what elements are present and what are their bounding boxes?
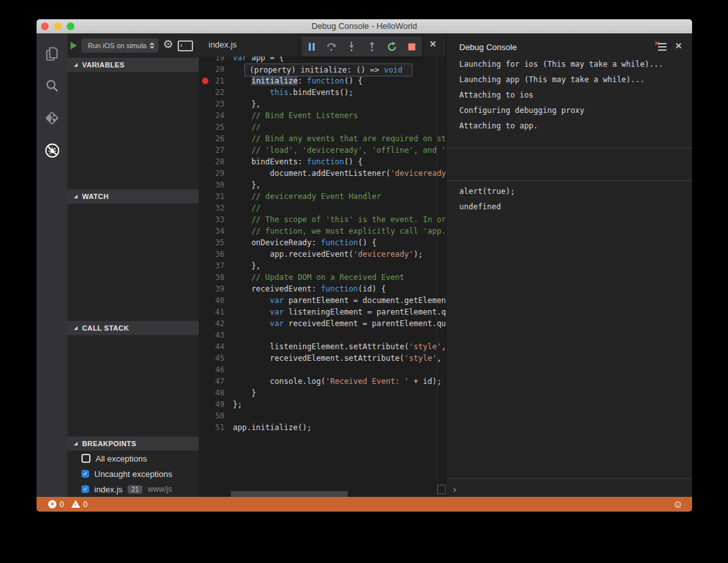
code-line[interactable]: 34 // function, we must explicitly call … xyxy=(199,225,446,237)
code-line[interactable]: 49}; xyxy=(199,399,446,410)
code-line[interactable]: 26 // Bind any events that are required … xyxy=(199,133,446,144)
line-number: 41 xyxy=(199,306,224,318)
code-line[interactable]: 21 initialize: function() { xyxy=(199,75,446,87)
open-console-icon[interactable]: › xyxy=(178,40,193,51)
step-out-icon[interactable] xyxy=(364,39,380,55)
code-line[interactable]: 31 // deviceready Event Handler xyxy=(199,191,446,202)
section-header-call-stack[interactable]: CALL STACK xyxy=(67,321,199,335)
code-text: // The scope of 'this' is the event. In … xyxy=(233,214,446,225)
code-line[interactable]: 32 // xyxy=(199,202,446,214)
titlebar[interactable]: Debug Console - HelloWorld xyxy=(37,19,692,34)
twistie-icon xyxy=(74,326,78,330)
start-debug-button[interactable] xyxy=(71,42,77,49)
code-text: app.initialize(); xyxy=(233,422,312,433)
line-number: 40 xyxy=(199,295,224,306)
code-line[interactable]: 41 var listeningElement = parentElement.… xyxy=(199,306,446,318)
code-text: // function, we must explicitly call 'ap… xyxy=(233,225,446,237)
dropdown-stepper-icon xyxy=(147,40,156,51)
code-line[interactable]: 47 console.log('Received Event: ' + id); xyxy=(199,376,446,387)
feedback-smiley-icon[interactable]: ☺ xyxy=(673,499,683,510)
breakpoint-checkbox[interactable]: ✓ xyxy=(81,470,89,478)
code-line[interactable]: 28 bindEvents: function() { xyxy=(199,156,446,168)
code-line[interactable]: 50 xyxy=(199,410,446,422)
code-line[interactable]: 43 xyxy=(199,329,446,341)
section-header-variables[interactable]: VARIABLES xyxy=(67,58,199,72)
code-line[interactable]: 40 var parentElement = document.getEleme… xyxy=(199,295,446,306)
search-icon[interactable] xyxy=(37,70,67,102)
tooltip-text: (property) initialize: () => xyxy=(250,65,384,74)
code-line[interactable]: 39 receivedEvent: function(id) { xyxy=(199,283,446,295)
code-text: var receivedElement = parentElement.quer… xyxy=(233,318,446,329)
code-text: this.bindEvents(); xyxy=(233,87,353,98)
breakpoint-checkbox[interactable]: ✓ xyxy=(81,485,89,493)
step-over-icon[interactable] xyxy=(324,39,339,55)
restart-icon[interactable] xyxy=(384,39,400,55)
stop-icon[interactable] xyxy=(404,39,419,55)
breakpoint-item[interactable]: ✓index.js21www/js xyxy=(67,481,199,497)
line-number: 28 xyxy=(199,156,224,168)
code-text: var parentElement = document.getElementB… xyxy=(233,295,446,306)
code-line[interactable]: 51app.initialize(); xyxy=(199,422,446,433)
code-text: // xyxy=(233,121,260,133)
code-line[interactable]: 25 // xyxy=(199,121,446,133)
step-into-icon[interactable] xyxy=(344,39,359,55)
code-line[interactable]: 22 this.bindEvents(); xyxy=(199,87,446,98)
code-text: }, xyxy=(233,179,260,191)
code-line[interactable]: 48 } xyxy=(199,387,446,399)
code-line[interactable]: 29 document.addEventListener('deviceread… xyxy=(199,168,446,179)
code-editor[interactable]: 19var app = {2021 initialize: function()… xyxy=(199,56,446,497)
close-toolbar-icon[interactable]: ✕ xyxy=(427,39,439,50)
breakpoint-checkbox[interactable] xyxy=(81,454,90,463)
code-line[interactable]: 42 var receivedElement = parentElement.q… xyxy=(199,318,446,329)
repl-input-row[interactable]: › xyxy=(452,481,692,497)
debug-icon[interactable] xyxy=(37,134,67,166)
line-number: 27 xyxy=(199,144,224,156)
code-text: // 'load', 'deviceready', 'offline', and… xyxy=(233,144,446,156)
pause-icon[interactable] xyxy=(304,39,319,55)
breakpoint-label: index.js xyxy=(94,485,123,494)
breakpoint-item[interactable]: All exceptions xyxy=(67,451,199,466)
horizontal-scrollbar[interactable] xyxy=(231,491,348,497)
error-icon: ✕ xyxy=(48,500,56,508)
code-line[interactable]: 44 listeningElement.setAttribute('style'… xyxy=(199,341,446,352)
line-number: 23 xyxy=(199,98,224,110)
breakpoint-dot[interactable] xyxy=(202,78,208,84)
console-divider xyxy=(446,180,692,181)
line-number: 45 xyxy=(199,352,224,364)
code-line[interactable]: 38 // Update DOM on a Received Event xyxy=(199,272,446,283)
line-number: 35 xyxy=(199,237,224,248)
gear-icon[interactable]: ⚙ xyxy=(162,37,174,52)
code-line[interactable]: 46 xyxy=(199,364,446,376)
code-text: // xyxy=(233,202,260,214)
debug-launch-controls: Run iOS on simula ⚙ › xyxy=(67,33,199,58)
code-line[interactable]: 35 onDeviceReady: function() { xyxy=(199,237,446,248)
tab-index-js[interactable]: index.js xyxy=(208,33,237,56)
code-line[interactable]: 23 }, xyxy=(199,98,446,110)
section-label: WATCH xyxy=(82,193,109,200)
code-line[interactable]: 27 // 'load', 'deviceready', 'offline', … xyxy=(199,144,446,156)
line-number: 47 xyxy=(199,376,224,387)
code-line[interactable]: 37 }, xyxy=(199,260,446,272)
breakpoint-item[interactable]: ✓Uncaught exceptions xyxy=(67,466,199,481)
code-line[interactable]: 33 // The scope of 'this' is the event. … xyxy=(199,214,446,225)
code-line[interactable]: 30 }, xyxy=(199,179,446,191)
section-header-breakpoints[interactable]: BREAKPOINTS xyxy=(67,437,199,451)
line-number: 49 xyxy=(199,399,224,410)
close-panel-icon[interactable]: ✕ xyxy=(673,41,684,51)
tooltip-type-text: void xyxy=(384,65,403,74)
code-line[interactable]: 19var app = { xyxy=(199,56,446,64)
source-control-icon[interactable] xyxy=(37,102,67,134)
problems-status[interactable]: ✕ 0 ! 0 xyxy=(48,500,87,509)
section-label: VARIABLES xyxy=(82,61,124,69)
console-output-line: Launching for ios (This may take a while… xyxy=(459,56,687,72)
code-line[interactable]: 24 // Bind Event Listeners xyxy=(199,110,446,121)
code-text: // Bind Event Listeners xyxy=(233,110,358,121)
explorer-icon[interactable] xyxy=(37,38,67,70)
clear-console-icon[interactable]: ✕ xyxy=(656,42,666,51)
code-line[interactable]: 45 receivedElement.setAttribute('style',… xyxy=(199,352,446,364)
debug-config-dropdown[interactable]: Run iOS on simula xyxy=(81,39,158,53)
debug-toolbar xyxy=(301,37,422,56)
section-header-watch[interactable]: WATCH xyxy=(67,189,199,204)
code-line[interactable]: 36 app.receivedEvent('deviceready'); xyxy=(199,248,446,260)
line-number: 39 xyxy=(199,283,224,295)
